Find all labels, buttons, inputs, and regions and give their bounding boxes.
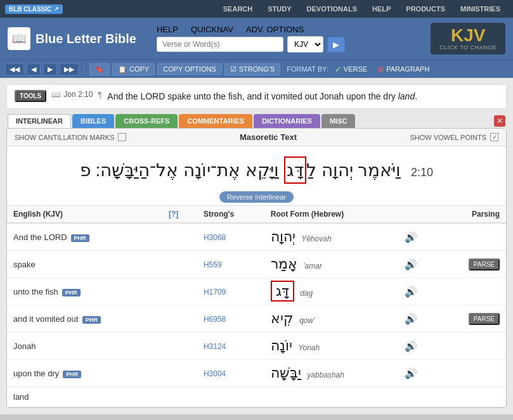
strongs-number[interactable]: H6958 <box>204 315 226 324</box>
table-row: And the LORDPHRH3068יְהוָה Yĕhovah🔊 <box>7 223 506 251</box>
hebrew-word[interactable]: יוֹנָה <box>271 338 292 353</box>
english-word[interactable]: And the LORD <box>13 232 67 242</box>
copy-button[interactable]: 📋 COPY <box>112 63 155 75</box>
cell-strongs: H3004 <box>197 360 264 387</box>
panel-header: SHOW CANTILLATION MARKS Masoretic Text S… <box>7 129 506 146</box>
cell-hebrew: יוֹנָה Yonah <box>264 333 398 360</box>
verse-text-italic: land <box>398 91 415 101</box>
hebrew-word[interactable]: דָּג <box>271 281 294 302</box>
cantillation-checkbox[interactable] <box>118 133 126 141</box>
strongs-number[interactable]: H1709 <box>204 288 226 296</box>
tools-button[interactable]: TOOLS <box>15 90 46 102</box>
cell-empty <box>162 223 197 251</box>
cell-strongs <box>197 387 264 407</box>
cantillation-option: SHOW CANTILLATION MARKS <box>15 133 126 141</box>
audio-button[interactable]: 🔊 <box>405 259 417 270</box>
tab-misc[interactable]: MISC <box>321 114 356 128</box>
close-panel-button[interactable]: ✕ <box>494 115 505 127</box>
hebrew-word[interactable]: יַבָּשָׁה <box>271 365 301 381</box>
book-icon: 📖 <box>51 90 61 99</box>
cell-audio: 🔊 <box>398 333 438 360</box>
paragraph-label: PARAGRAPH <box>386 65 429 73</box>
tab-interlinear[interactable]: INTERLINEAR <box>8 114 71 128</box>
strongs-number[interactable]: H559 <box>204 260 222 269</box>
kjv-badge[interactable]: KJV CLICK TO CHANGE <box>431 23 505 54</box>
cell-strongs: H1709 <box>197 278 264 305</box>
reverse-interlinear-button[interactable]: Reverse Interlinear <box>219 191 294 203</box>
cell-english: land <box>7 387 162 407</box>
verse-text: And the LORD spake unto the fish, and it… <box>107 90 417 103</box>
nav-last-button[interactable]: ▶▶ <box>60 63 79 75</box>
logo-area: 📖 Blue Letter Bible <box>8 27 136 50</box>
audio-button[interactable]: 🔊 <box>405 341 417 352</box>
nav-devotionals[interactable]: DEVOTIONALS <box>299 0 365 18</box>
table-row: unto the fishPHRH1709דָּג dag🔊 <box>7 278 506 305</box>
cell-audio: 🔊 <box>398 251 438 278</box>
copy-icon: 📋 <box>118 65 127 73</box>
content-area: TOOLS 📖 Jon 2:10 ¶ And the LORD spake un… <box>0 78 513 414</box>
external-link-icon: ↗ <box>54 6 59 12</box>
strongs-checkbox-button[interactable]: ☑ STRONG'S <box>224 63 281 75</box>
cell-audio <box>398 387 438 407</box>
hebrew-word[interactable]: אָמַר <box>271 256 297 272</box>
cell-hebrew: יַבָּשָׁה yabbashah <box>264 360 398 387</box>
cell-english: unto the fishPHR <box>7 278 162 305</box>
cell-parse <box>438 223 506 251</box>
strongs-number[interactable]: H3004 <box>204 369 226 378</box>
tab-bibles[interactable]: BIBLES <box>72 114 114 128</box>
transliteration: yabbashah <box>305 371 344 379</box>
english-word[interactable]: and it vomited out <box>13 314 79 324</box>
cell-audio: 🔊 <box>398 305 438 333</box>
phrase-badge[interactable]: PHR <box>71 234 89 242</box>
cell-parse: PARSE <box>438 305 506 333</box>
verse-ref-text: Jon 2:10 <box>63 90 93 99</box>
verse-text-end: . <box>415 91 417 101</box>
nav-first-button[interactable]: ◀◀ <box>5 63 24 75</box>
nav-help[interactable]: HELP <box>365 0 398 18</box>
phrase-badge[interactable]: PHR <box>82 316 101 324</box>
search-input[interactable] <box>157 37 283 52</box>
search-labels: HELP QUICKNAV ADV. OPTIONS <box>157 25 345 34</box>
tab-dictionaries[interactable]: DICTIONARIES <box>254 114 320 128</box>
audio-button[interactable]: 🔊 <box>405 286 417 297</box>
hebrew-text-before: וַיֹּאמֶר יְהוָה לַ <box>306 160 401 180</box>
copy-options-button[interactable]: COPY OPTIONS <box>157 63 222 75</box>
cell-parse <box>438 278 506 305</box>
english-word[interactable]: unto the fish <box>13 287 58 296</box>
audio-button[interactable]: 🔊 <box>405 314 417 324</box>
hebrew-word[interactable]: קִיא <box>271 310 294 326</box>
adv-options-label: ADV. OPTIONS <box>246 25 304 34</box>
verse-format-button[interactable]: ✓ VERSE <box>331 63 371 75</box>
copy-label: COPY <box>129 65 149 73</box>
tab-commentaries[interactable]: COMMENTARIES <box>179 114 252 128</box>
nav-study[interactable]: STUDY <box>260 0 299 18</box>
paragraph-format-button[interactable]: ⊘ PARAGRAPH <box>373 63 433 75</box>
strongs-number[interactable]: H3068 <box>204 233 226 242</box>
tab-cross-refs[interactable]: CROSS-REFS <box>115 114 178 128</box>
vowel-points-checkbox[interactable]: ✓ <box>490 133 498 141</box>
bookmark-button[interactable]: 🔖 <box>89 63 110 75</box>
parse-button[interactable]: PARSE <box>469 258 500 270</box>
phrase-badge[interactable]: PHR <box>63 371 81 378</box>
english-word[interactable]: upon the dry <box>13 369 59 378</box>
nav-products[interactable]: PRODUCTS <box>398 0 453 18</box>
strongs-number[interactable]: H3124 <box>204 342 226 351</box>
nav-ministries[interactable]: MINISTRIES <box>453 0 508 18</box>
nav-search[interactable]: SEARCH <box>216 0 260 18</box>
nav-next-button[interactable]: ▶ <box>43 63 57 75</box>
verse-block: TOOLS 📖 Jon 2:10 ¶ And the LORD spake un… <box>6 84 507 109</box>
audio-button[interactable]: 🔊 <box>405 368 417 379</box>
audio-button[interactable]: 🔊 <box>405 232 417 243</box>
blb-classic-button[interactable]: BLB CLASSIC ↗ <box>5 4 63 14</box>
tab-bar: INTERLINEAR BIBLES CROSS-REFS COMMENTARI… <box>6 114 507 128</box>
col-help[interactable]: [?] <box>162 206 197 223</box>
go-button[interactable]: ▶ <box>327 37 345 53</box>
translation-select[interactable]: KJV <box>287 36 323 53</box>
cell-hebrew: דָּג dag <box>264 278 398 305</box>
hebrew-word[interactable]: יְהוָה <box>271 229 295 245</box>
nav-prev-button[interactable]: ◀ <box>27 63 41 75</box>
phrase-badge[interactable]: PHR <box>62 289 81 296</box>
cell-empty <box>162 333 197 360</box>
parse-button[interactable]: PARSE <box>469 313 500 325</box>
header: 📖 Blue Letter Bible HELP QUICKNAV ADV. O… <box>0 18 513 60</box>
